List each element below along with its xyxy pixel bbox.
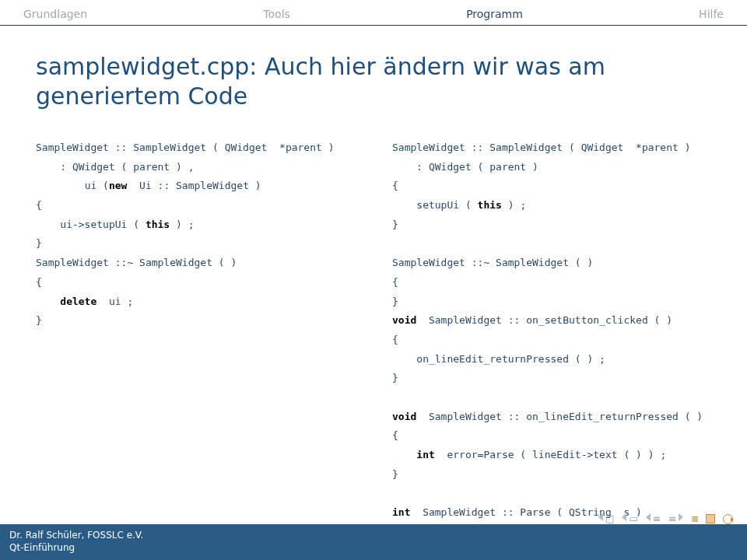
code-left-col: SampleWidget :: SampleWidget ( QWidget *… xyxy=(36,138,370,560)
code-right-col: SampleWidget :: SampleWidget ( QWidget *… xyxy=(392,138,711,560)
footer-talk: Qt-Einführung xyxy=(9,541,738,554)
slide-body: samplewidget.cpp: Auch hier ändern wir w… xyxy=(0,26,747,560)
nav-outline-icon[interactable]: ≡ xyxy=(691,513,698,524)
footer: Dr. Ralf Schüler, FOSSLC e.V. Qt-Einführ… xyxy=(0,524,747,560)
top-nav: Grundlagen Tools Programm Hilfe xyxy=(0,0,747,25)
nav-item-hilfe[interactable]: Hilfe xyxy=(697,5,725,25)
footer-author: Dr. Ralf Schüler, FOSSLC e.V. xyxy=(9,529,738,541)
nav-prev-sub-icon[interactable]: ≡ xyxy=(646,513,661,524)
nav-first-icon[interactable]: □ xyxy=(598,513,614,524)
nav-presenter-icon[interactable] xyxy=(706,514,715,523)
slide-title: samplewidget.cpp: Auch hier ändern wir w… xyxy=(36,52,711,110)
code-left: SampleWidget :: SampleWidget ( QWidget *… xyxy=(36,138,370,331)
code-right: SampleWidget :: SampleWidget ( QWidget *… xyxy=(392,138,711,560)
nav-item-tools[interactable]: Tools xyxy=(261,5,292,25)
code-columns: SampleWidget :: SampleWidget ( QWidget *… xyxy=(36,138,711,560)
nav-item-grundlagen[interactable]: Grundlagen xyxy=(22,5,89,25)
beamer-nav-icons: □ ▭ ≡ ≡ ≡ xyxy=(598,513,733,524)
nav-item-programm[interactable]: Programm xyxy=(465,5,524,25)
nav-prev-icon[interactable]: ▭ xyxy=(622,513,637,524)
nav-loop-icon[interactable] xyxy=(723,514,733,524)
nav-next-sub-icon[interactable]: ≡ xyxy=(668,513,683,524)
